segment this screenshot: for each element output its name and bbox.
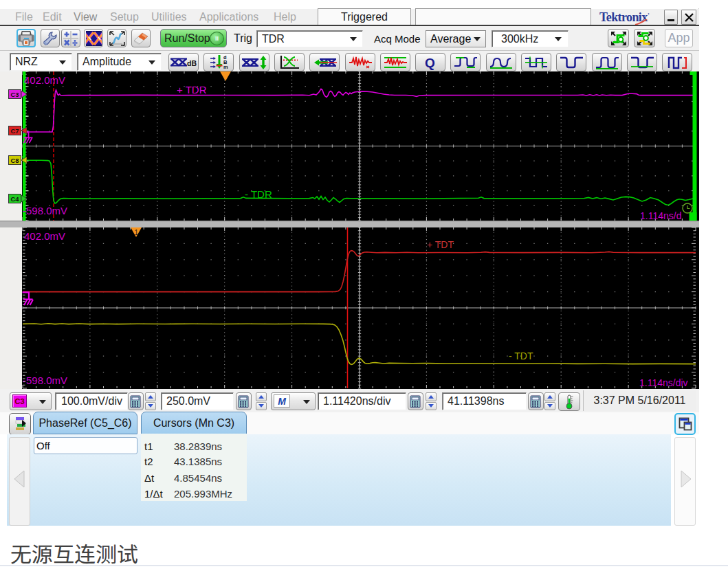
svg-text:dB: dB [187, 59, 197, 67]
svg-text:402.0mV: 402.0mV [24, 230, 65, 242]
svg-text:1: 1 [135, 229, 139, 236]
svg-text:- TDR: - TDR [245, 188, 272, 200]
svg-text:Q: Q [425, 56, 435, 70]
svg-text:1.114ns/div: 1.114ns/div [639, 377, 688, 388]
svg-text:m: m [223, 64, 228, 70]
svg-text:1.114ns/d: 1.114ns/d [640, 210, 681, 221]
svg-text:-598.0mV: -598.0mV [23, 375, 67, 386]
svg-text:402.0mV: 402.0mV [24, 74, 65, 86]
svg-text:+ TDT: + TDT [427, 239, 454, 250]
svg-text:- TDT: - TDT [509, 350, 533, 361]
svg-text:-598.0mV: -598.0mV [23, 205, 67, 216]
svg-text:+ TDR: + TDR [177, 84, 207, 96]
